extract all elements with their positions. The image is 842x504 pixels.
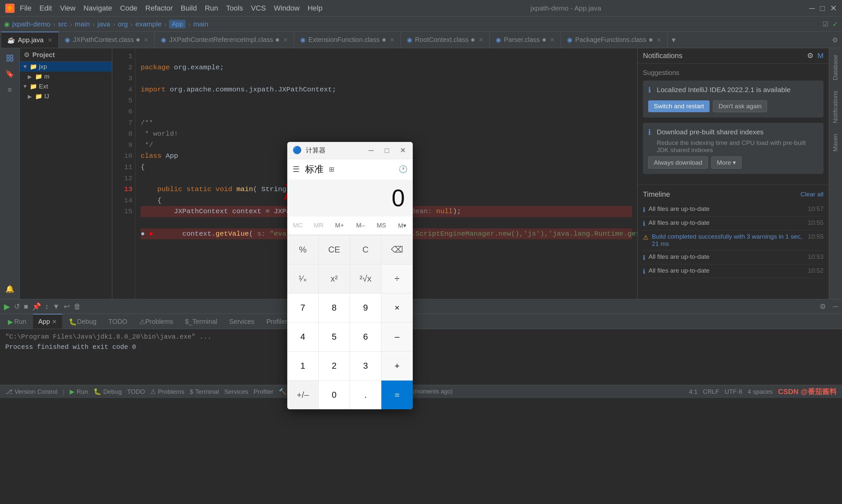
- switch-restart-button[interactable]: Switch and restart: [648, 100, 710, 112]
- calc-minimize-button[interactable]: ─: [366, 146, 376, 155]
- calc-mode-toggle-icon[interactable]: ⊞: [329, 165, 335, 173]
- calc-8-button[interactable]: 8: [319, 293, 350, 322]
- settings-tabs-icon[interactable]: ⚙: [832, 36, 838, 44]
- tab-packagefunctions[interactable]: ◉ PackageFunctions.class ✕: [561, 32, 668, 48]
- calc-9-button[interactable]: 9: [350, 293, 381, 322]
- dont-ask-button[interactable]: Don't ask again: [713, 100, 767, 112]
- always-download-button[interactable]: Always download: [648, 157, 708, 169]
- panel-settings-button[interactable]: ⚙: [820, 302, 826, 311]
- tabs-more-button[interactable]: ▾: [668, 35, 680, 44]
- menu-help[interactable]: Help: [307, 4, 322, 13]
- calc-maximize-button[interactable]: □: [382, 146, 392, 155]
- tab-close[interactable]: ✕: [479, 36, 483, 43]
- mem-mminus-button[interactable]: M–: [350, 219, 371, 232]
- bottom-tab-run[interactable]: ▶ Run: [3, 314, 32, 329]
- status-services[interactable]: Services: [224, 388, 248, 395]
- tab-close[interactable]: ✕: [48, 37, 53, 44]
- calc-4-button[interactable]: 4: [287, 322, 319, 351]
- sidebar-structure-icon[interactable]: ≡: [3, 83, 17, 97]
- breadcrumb-main-method[interactable]: main: [193, 20, 208, 28]
- mem-mdropdown-button[interactable]: M▾: [392, 219, 413, 232]
- calc-close-button[interactable]: ✕: [398, 146, 408, 155]
- calc-plus-button[interactable]: +: [381, 351, 413, 380]
- tl-build-link[interactable]: Build completed successfully with 3 warn…: [652, 233, 802, 247]
- database-icon[interactable]: Database: [832, 51, 839, 84]
- bottom-tab-app[interactable]: App ✕: [33, 314, 62, 329]
- menu-run[interactable]: Run: [205, 4, 218, 13]
- calc-0-button[interactable]: 0: [319, 380, 350, 409]
- bottom-tab-problems[interactable]: ⚠ Problems: [134, 314, 178, 329]
- bottom-tab-todo[interactable]: TODO: [103, 314, 132, 329]
- calc-2-button[interactable]: 2: [319, 351, 350, 380]
- tab-close[interactable]: ✕: [390, 36, 395, 43]
- calc-c-button[interactable]: C: [350, 235, 381, 264]
- minimize-button[interactable]: ─: [809, 4, 814, 13]
- run-play-icon[interactable]: ▶: [4, 302, 10, 311]
- status-terminal[interactable]: $ Terminal: [190, 388, 219, 395]
- panel-minimize-button[interactable]: ─: [833, 302, 838, 311]
- tab-extensionfunction[interactable]: ◉ ExtensionFunction.class ✕: [294, 32, 401, 48]
- run-stop-icon[interactable]: ■: [24, 302, 28, 311]
- run-wrap-icon[interactable]: ↩: [64, 302, 70, 311]
- bottom-tab-debug[interactable]: 🐛 Debug: [64, 314, 102, 329]
- calc-reciprocal-button[interactable]: ¹∕ₓ: [287, 264, 319, 293]
- sidebar-bookmarks-icon[interactable]: 🔖: [3, 67, 17, 81]
- menu-edit[interactable]: Edit: [39, 4, 52, 13]
- toolbar-icon-1[interactable]: ☑: [823, 20, 828, 28]
- bottom-tab-terminal[interactable]: $_ Terminal: [180, 314, 222, 329]
- status-indent[interactable]: 4 spaces: [748, 388, 773, 395]
- tab-close[interactable]: ✕: [550, 36, 555, 43]
- menu-window[interactable]: Window: [274, 4, 300, 13]
- tree-item-ij[interactable]: ▶ 📁 IJ: [20, 91, 112, 101]
- mem-mr-button[interactable]: MR: [308, 219, 329, 232]
- calc-divide-button[interactable]: ÷: [381, 264, 413, 293]
- menu-build[interactable]: Build: [181, 4, 197, 13]
- calc-negate-button[interactable]: +/–: [287, 380, 319, 409]
- tab-close[interactable]: ✕: [144, 36, 148, 43]
- status-profiler[interactable]: Profiler: [254, 388, 273, 395]
- status-git[interactable]: ⎇ Version Control: [5, 388, 57, 395]
- maximize-button[interactable]: □: [820, 4, 825, 13]
- calc-5-button[interactable]: 5: [319, 322, 350, 351]
- breadcrumb-java[interactable]: java: [97, 20, 110, 28]
- breadcrumb-main[interactable]: main: [75, 20, 90, 28]
- sidebar-project-icon[interactable]: [3, 51, 17, 65]
- calc-history-icon[interactable]: 🕐: [398, 165, 408, 174]
- run-trash-icon[interactable]: 🗑: [74, 302, 81, 311]
- run-filter-icon[interactable]: ▼: [53, 302, 60, 311]
- calc-hamburger-icon[interactable]: ☰: [292, 165, 300, 174]
- notifications-settings-icon[interactable]: ⚙: [807, 52, 813, 60]
- tab-jxpathcontextrefimpl[interactable]: ◉ JXPathContextReferenceImpl.class ✕: [155, 32, 294, 48]
- breadcrumb-org[interactable]: org: [118, 20, 128, 28]
- calc-sqrt-button[interactable]: ²√x: [350, 264, 381, 293]
- status-todo[interactable]: TODO: [127, 388, 145, 395]
- tab-jxpathcontext[interactable]: ◉ JXPathContext.class ✕: [59, 32, 155, 48]
- tree-item-jxp[interactable]: ▼ 📁 jxp: [20, 62, 112, 72]
- tree-item-ext[interactable]: ▼ 📁 Ext: [20, 82, 112, 91]
- status-problems[interactable]: ⚠ Problems: [150, 388, 184, 395]
- tab-rootcontext[interactable]: ◉ RootContext.class ✕: [401, 32, 490, 48]
- clear-all-button[interactable]: Clear all: [801, 191, 824, 198]
- tree-item-m[interactable]: ▶ 📁 m: [20, 72, 112, 82]
- more-button[interactable]: More ▾: [711, 157, 742, 169]
- calc-1-button[interactable]: 1: [287, 351, 319, 380]
- calc-backspace-button[interactable]: ⌫: [381, 235, 413, 264]
- tab-close[interactable]: ✕: [657, 36, 661, 43]
- status-charset[interactable]: UTF-8: [724, 388, 742, 395]
- status-crlf[interactable]: CRLF: [703, 388, 719, 395]
- calc-square-button[interactable]: x²: [319, 264, 350, 293]
- menu-view[interactable]: View: [60, 4, 75, 13]
- notifications-side-icon[interactable]: Notifications: [832, 87, 839, 127]
- calc-percent-button[interactable]: %: [287, 235, 319, 264]
- menu-vcs[interactable]: VCS: [251, 4, 266, 13]
- run-pin-icon[interactable]: 📌: [32, 302, 41, 311]
- calc-minus-button[interactable]: –: [381, 322, 413, 351]
- mem-mplus-button[interactable]: M+: [329, 219, 350, 232]
- menu-file[interactable]: File: [20, 4, 31, 13]
- menu-refactor[interactable]: Refactor: [145, 4, 173, 13]
- calc-7-button[interactable]: 7: [287, 293, 319, 322]
- tab-app-java[interactable]: ☕ App.java ✕: [1, 32, 59, 48]
- menu-navigate[interactable]: Navigate: [84, 4, 112, 13]
- calc-equals-button[interactable]: =: [381, 380, 413, 409]
- status-position[interactable]: 4:1: [689, 388, 697, 395]
